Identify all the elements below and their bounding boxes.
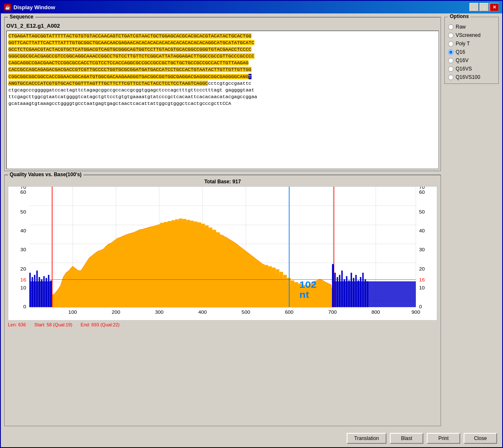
svg-rect-70 <box>201 224 205 307</box>
svg-rect-69 <box>197 222 201 307</box>
svg-rect-30 <box>52 294 56 307</box>
svg-rect-38 <box>82 271 86 307</box>
sequence-text-area[interactable]: CTGAGATTAGCGGTATTTTTACTGTGTGTACCAACAGTCT… <box>6 31 439 169</box>
option-q16vs[interactable]: Q16VS <box>448 66 495 72</box>
svg-rect-59 <box>160 223 164 307</box>
svg-rect-57 <box>153 227 156 307</box>
svg-rect-26 <box>46 278 47 307</box>
svg-rect-84 <box>253 262 257 307</box>
svg-rect-54 <box>142 232 145 307</box>
options-group-box: Options Raw VScreened Poly T Q16 <box>444 17 499 84</box>
svg-rect-72 <box>209 227 213 307</box>
radio-q16v[interactable] <box>448 58 454 63</box>
option-q16[interactable]: Q16 <box>448 49 495 55</box>
minimize-button[interactable]: _ <box>469 3 479 11</box>
sequence-name: OV1_2_E12.g1_A002 <box>6 23 439 29</box>
close-button[interactable]: Close <box>464 433 497 444</box>
svg-rect-37 <box>78 273 82 307</box>
svg-rect-85 <box>257 263 261 307</box>
svg-rect-24 <box>41 279 42 307</box>
svg-rect-104 <box>328 287 332 307</box>
close-window-button[interactable]: ✕ <box>490 3 499 11</box>
svg-rect-75 <box>220 235 223 307</box>
svg-rect-49 <box>123 237 127 307</box>
window-title: Display Window <box>13 4 55 10</box>
chart-container: 0 10 16 20 30 40 50 60 70 0 10 16 <box>8 186 437 320</box>
chart-stats: Len: 636 Start: 58 (Qual:19) End: 693 (Q… <box>8 322 437 327</box>
sequence-highlighted: CTGAGATTAGCGGTATTTTTACTGTGTGTACCAACAGTCT… <box>8 33 173 39</box>
svg-rect-143 <box>344 279 345 307</box>
svg-rect-101 <box>316 286 320 307</box>
print-button[interactable]: Print <box>427 433 460 444</box>
svg-rect-86 <box>261 264 264 307</box>
bottom-bar: Translation Blast Print Close <box>1 430 502 447</box>
chart-start: Start: 58 (Qual:19) <box>34 322 73 327</box>
radio-q16vs[interactable] <box>448 66 454 72</box>
svg-rect-147 <box>353 278 354 307</box>
main-window: ☕ Display Window _ □ ✕ Sequence OV1_2_E1… <box>0 0 503 448</box>
option-poly-t[interactable]: Poly T <box>448 41 495 47</box>
radio-raw[interactable] <box>448 24 454 30</box>
svg-rect-47 <box>116 242 119 307</box>
svg-rect-76 <box>223 237 227 307</box>
svg-text:0: 0 <box>23 304 26 309</box>
svg-text:60: 60 <box>419 190 425 195</box>
radio-q16[interactable] <box>448 49 454 55</box>
svg-rect-73 <box>213 230 216 307</box>
svg-rect-28 <box>50 281 52 307</box>
svg-rect-151 <box>362 273 363 307</box>
title-buttons: _ □ ✕ <box>469 3 499 11</box>
option-q16-label: Q16 <box>456 49 465 55</box>
svg-rect-31 <box>56 292 60 307</box>
svg-rect-60 <box>164 222 168 307</box>
chart-end: End: 693 (Qual:22) <box>80 322 119 327</box>
svg-text:20: 20 <box>419 266 425 271</box>
svg-rect-42 <box>97 258 101 307</box>
option-vscreened-label: VScreened <box>456 32 480 38</box>
svg-rect-25 <box>43 276 44 307</box>
svg-text:30: 30 <box>21 247 26 252</box>
svg-rect-48 <box>119 239 123 307</box>
svg-text:40: 40 <box>419 228 425 233</box>
svg-text:500: 500 <box>241 309 250 314</box>
chart-len: Len: 636 <box>8 322 26 327</box>
svg-rect-88 <box>268 266 272 307</box>
svg-text:16: 16 <box>419 277 425 282</box>
option-q16vs100[interactable]: Q16VS100 <box>448 74 495 80</box>
svg-rect-90 <box>276 269 280 307</box>
svg-rect-66 <box>186 220 190 307</box>
sequence-selected: T <box>249 74 252 79</box>
option-poly-t-label: Poly T <box>456 41 470 47</box>
svg-rect-71 <box>205 225 209 307</box>
svg-text:nt: nt <box>299 289 309 300</box>
svg-rect-46 <box>112 245 116 307</box>
blast-button[interactable]: Blast <box>390 433 423 444</box>
svg-text:60: 60 <box>21 190 26 195</box>
svg-rect-56 <box>149 229 153 307</box>
title-bar-left: ☕ Display Window <box>4 4 55 10</box>
sequence-group-label: Sequence <box>8 14 35 20</box>
svg-rect-142 <box>341 271 342 307</box>
svg-rect-55 <box>145 230 149 307</box>
svg-rect-149 <box>358 281 359 307</box>
radio-q16vs100[interactable] <box>448 75 454 80</box>
svg-rect-79 <box>235 247 239 307</box>
option-q16v[interactable]: Q16V <box>448 57 495 63</box>
svg-rect-41 <box>93 260 97 307</box>
svg-text:40: 40 <box>21 228 26 233</box>
radio-vscreened[interactable] <box>448 33 454 38</box>
restore-button[interactable]: □ <box>480 3 489 11</box>
translation-button[interactable]: Translation <box>347 433 386 444</box>
svg-text:70: 70 <box>419 187 425 190</box>
svg-rect-154 <box>332 264 334 307</box>
radio-poly-t[interactable] <box>448 41 454 47</box>
svg-rect-145 <box>348 281 350 307</box>
app-icon: ☕ <box>4 4 11 10</box>
option-raw[interactable]: Raw <box>448 24 495 30</box>
svg-text:300: 300 <box>155 309 164 314</box>
option-vscreened[interactable]: VScreened <box>448 32 495 38</box>
option-q16vs100-label: Q16VS100 <box>456 74 480 80</box>
sequence-group-box: Sequence OV1_2_E12.g1_A002 CTGAGATTAGCGG… <box>4 17 441 171</box>
svg-rect-44 <box>104 250 108 307</box>
svg-text:100: 100 <box>68 309 77 314</box>
